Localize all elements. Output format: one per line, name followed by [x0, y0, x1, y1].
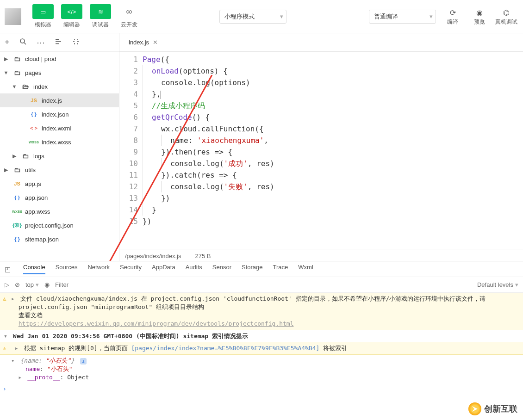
code-editor[interactable]: 123456789101112131415 Page({ onLoad(opti… — [119, 52, 523, 249]
tree-twist-icon[interactable]: ▶ — [3, 167, 9, 173]
tree-label: app.wxss — [25, 208, 50, 215]
tree-item[interactable]: < >index.wxml — [0, 121, 119, 135]
info-icon[interactable]: i — [80, 358, 87, 364]
mode-btn-1[interactable]: </>编辑器 — [59, 4, 84, 29]
new-file-icon[interactable]: + — [5, 37, 10, 47]
tree-item[interactable]: {⦿}project.config.json — [0, 218, 119, 232]
chevron-down-icon[interactable]: ▾ — [4, 332, 9, 340]
tree-twist-icon[interactable]: ▼ — [11, 84, 18, 89]
file-icon: { } — [29, 111, 39, 117]
tree-label: utils — [25, 167, 36, 173]
file-icon: wxss — [12, 209, 22, 214]
inspect-icon[interactable]: ◰ — [5, 266, 14, 273]
file-icon: { } — [12, 236, 22, 242]
tree-label: pages — [25, 69, 41, 76]
devtools-tab[interactable]: Security — [120, 264, 142, 274]
tree-item[interactable]: { }index.json — [0, 107, 119, 121]
levels-dropdown[interactable]: Default levels ▾ — [477, 281, 518, 288]
explorer-toolbar: + ⋯ — [0, 33, 119, 52]
devtools-tab[interactable]: Trace — [273, 264, 288, 274]
chevron-right-icon[interactable]: ▸ — [11, 295, 17, 303]
tree-label: index.js — [42, 97, 62, 104]
tree-item[interactable]: JSindex.js — [0, 93, 119, 107]
play-icon[interactable]: ▷ — [5, 281, 9, 288]
tree-label: index.wxml — [42, 125, 71, 132]
search-icon[interactable] — [19, 37, 27, 47]
tree-label: index.json — [42, 111, 69, 118]
right-btn-1[interactable]: ◉预览 — [467, 7, 492, 26]
svg-line-1 — [24, 43, 26, 44]
tab-title: index.js — [129, 39, 149, 46]
console-prompt[interactable]: › — [0, 383, 523, 394]
mode-dropdown[interactable]: 小程序模式 — [219, 10, 286, 24]
console-logs[interactable]: ▸ 文件 cloud/xiaochengxuma/index.js 在 proj… — [0, 293, 523, 420]
code-icon: </> — [61, 4, 82, 19]
file-icon: JS — [12, 181, 22, 186]
file-icon: 🗁 — [20, 83, 31, 90]
context-dropdown[interactable]: top ▾ — [25, 281, 39, 288]
tree-label: app.js — [25, 180, 41, 187]
filter-input[interactable] — [55, 281, 472, 288]
line-gutter: 123456789101112131415 — [119, 52, 143, 249]
file-icon: 🗀 — [20, 152, 31, 160]
tree-item[interactable]: ▶🗀cloud | prod — [0, 52, 119, 66]
devtools-tab[interactable]: Storage — [242, 264, 263, 274]
tree-twist-icon[interactable]: ▼ — [3, 70, 9, 75]
mode-buttons: ▭模拟器</>编辑器≋调试器∞云开发 — [31, 4, 142, 29]
tree-item[interactable]: { }sitemap.json — [0, 232, 119, 246]
tree-label: project.config.json — [25, 222, 74, 229]
eye-icon: ◉ — [476, 7, 483, 18]
collapse-icon[interactable] — [54, 37, 62, 47]
compile-dropdown[interactable]: 普通编译 — [369, 10, 436, 24]
tree-item[interactable]: ▶🗀utils — [0, 163, 119, 177]
console-toolbar: ▷ ⊘ top ▾ ◉ Default levels ▾ — [0, 277, 523, 293]
right-btn-0[interactable]: ⟳编译 — [441, 7, 465, 26]
devtools-tab[interactable]: Sensor — [212, 264, 231, 274]
devtools-tab[interactable]: Network — [87, 264, 110, 274]
clear-icon[interactable]: ⊘ — [15, 281, 20, 288]
editor-area: index.js ✕ 123456789101112131415 Page({ … — [119, 33, 523, 263]
more-icon[interactable]: ⋯ — [37, 37, 45, 48]
right-tools: ⟳编译◉预览⌬真机调试 — [441, 7, 518, 26]
right-btn-2[interactable]: ⌬真机调试 — [494, 7, 518, 26]
tab-index-js[interactable]: index.js ✕ — [124, 33, 162, 51]
tree-label: index — [33, 83, 48, 90]
devtools-tab[interactable]: Audits — [186, 264, 202, 274]
tree-item[interactable]: JSapp.js — [0, 177, 119, 191]
tree-twist-icon[interactable]: ▶ — [11, 153, 18, 159]
gear-icon[interactable] — [72, 37, 80, 47]
code-source[interactable]: Page({ onLoad(options) { console.log(opt… — [143, 52, 523, 249]
tree-label: sitemap.json — [25, 236, 59, 243]
mode-btn-0[interactable]: ▭模拟器 — [31, 4, 56, 29]
tree-item[interactable]: ▶🗀logs — [0, 149, 119, 163]
devtools-tab[interactable]: AppData — [152, 264, 175, 274]
chevron-right-icon[interactable]: ▸ — [18, 373, 24, 382]
devtools-tab[interactable]: Sources — [56, 264, 78, 274]
tree-label: logs — [33, 153, 44, 160]
tree-item[interactable]: { }app.json — [0, 191, 119, 204]
tree-item[interactable]: wxssapp.wxss — [0, 204, 119, 218]
log-object: ▾ {name: "小石头"} i name: "小石头" ▸ __proto_… — [0, 355, 523, 383]
log-header: ▾ Wed Jan 01 2020 09:34:56 GMT+0800 (中国标… — [0, 330, 523, 342]
file-tree[interactable]: ▶🗀cloud | prod▼🗀pages▼🗁indexJSindex.js{ … — [0, 52, 119, 263]
chevron-down-icon[interactable]: ▾ — [11, 357, 17, 365]
avatar[interactable] — [5, 8, 21, 25]
status-path: /pages/index/index.js — [125, 253, 181, 259]
tree-twist-icon[interactable]: ▶ — [3, 56, 9, 62]
doc-link[interactable]: https://developers.weixin.qq.com/minipro… — [19, 320, 294, 327]
svg-point-0 — [20, 39, 25, 43]
mode-btn-2[interactable]: ≋调试器 — [88, 4, 113, 29]
debug-icon: ≋ — [90, 4, 111, 19]
chevron-right-icon[interactable]: ▸ — [15, 344, 20, 352]
mode-btn-3[interactable]: ∞云开发 — [117, 4, 142, 29]
eye-icon[interactable]: ◉ — [44, 281, 50, 288]
file-icon: 🗀 — [12, 55, 22, 62]
explorer-panel: + ⋯ ▶🗀cloud | prod▼🗀pages▼🗁indexJSindex.… — [0, 33, 119, 263]
file-icon: 🗀 — [12, 166, 22, 173]
devtools-tab[interactable]: Wxml — [298, 264, 313, 274]
close-icon[interactable]: ✕ — [153, 39, 158, 46]
devtools-tab[interactable]: Console — [23, 264, 45, 274]
tree-item[interactable]: wxssindex.wxss — [0, 135, 119, 149]
tree-item[interactable]: ▼🗁index — [0, 80, 119, 93]
tree-item[interactable]: ▼🗀pages — [0, 66, 119, 80]
